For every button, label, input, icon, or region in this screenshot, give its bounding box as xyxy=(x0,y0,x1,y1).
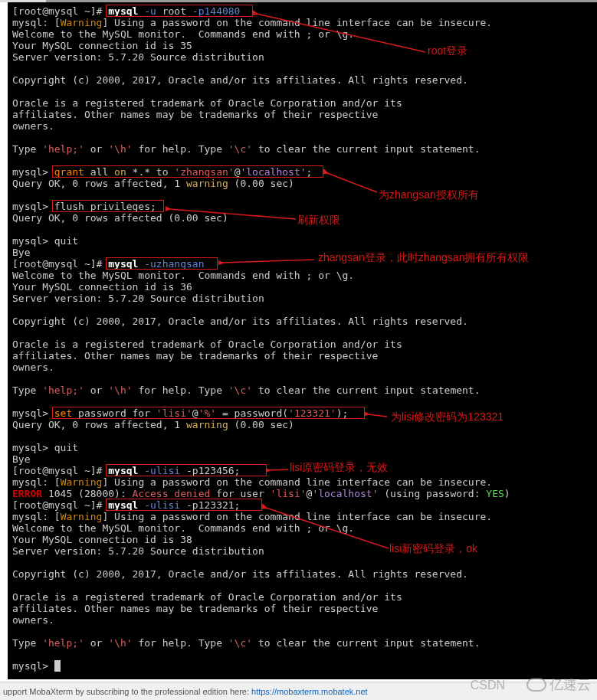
ann-lisi-new: lisi新密码登录，ok xyxy=(389,543,477,554)
term-line xyxy=(12,155,592,166)
term-line: Your MySQL connection id is 35 xyxy=(12,40,592,51)
term-line: Your MySQL connection id is 38 xyxy=(12,534,592,545)
footer-link[interactable]: https://mobaxterm.mobatek.net xyxy=(251,687,368,696)
cursor-icon xyxy=(54,660,61,672)
term-line: mysql: [Warning] Using a password on the… xyxy=(12,476,592,488)
term-line: Welcome to the MySQL monitor. Commands e… xyxy=(12,28,592,40)
term-line: Type 'help;' or '\h' for help. Type '\c'… xyxy=(12,143,592,155)
ann-setpwd: 为lisi修改密码为123321 xyxy=(391,411,504,423)
term-line xyxy=(12,396,592,407)
term-line xyxy=(12,557,592,568)
term-line: mysql: [Warning] Using a password on the… xyxy=(12,511,592,522)
term-line: Server version: 5.7.20 Source distributi… xyxy=(12,51,592,63)
term-line: [root@mysql ~]# mysql -ulisi -p123321; xyxy=(12,499,592,511)
term-line: Type 'help;' or '\h' for help. Type '\c'… xyxy=(12,637,592,649)
term-line: Oracle is a registered trademark of Orac… xyxy=(12,339,592,350)
ann-flush: 刷新权限 xyxy=(297,214,340,226)
term-line: Type 'help;' or '\h' for help. Type '\c'… xyxy=(12,384,592,396)
term-line: Your MySQL connection id is 36 xyxy=(12,281,592,293)
term-line xyxy=(12,580,592,591)
term-line: Oracle is a registered trademark of Orac… xyxy=(12,591,592,603)
term-line: Query OK, 0 rows affected, 1 warning (0.… xyxy=(12,419,592,430)
term-line xyxy=(12,189,592,201)
term-line: owners. xyxy=(12,120,592,132)
term-line: Copyright (c) 2000, 2017, Oracle and/or … xyxy=(12,568,592,580)
cloud-icon xyxy=(526,678,546,692)
term-line: Welcome to the MySQL monitor. Commands e… xyxy=(12,522,592,534)
term-line: affiliates. Other names may be trademark… xyxy=(12,109,592,120)
term-line: mysql: [Warning] Using a password on the… xyxy=(12,17,592,28)
footer-bar: upport MobaXterm by subscribing to the p… xyxy=(0,682,597,700)
watermark-yisu: 亿速云 xyxy=(526,675,591,694)
ann-zhangsan: zhangsan登录，此时zhangsan拥有所有权限 xyxy=(318,252,529,263)
term-line: mysql> quit xyxy=(12,442,592,453)
term-line: Copyright (c) 2000, 2017, Oracle and/or … xyxy=(12,316,592,327)
term-line: Welcome to the MySQL monitor. Commands e… xyxy=(12,270,592,281)
term-line: mysql> xyxy=(12,660,592,672)
term-line: Query OK, 0 rows affected, 1 warning (0.… xyxy=(12,178,592,189)
term-line: owners. xyxy=(12,614,592,626)
term-line xyxy=(12,430,592,442)
term-line: ERROR 1045 (28000): Access denied for us… xyxy=(12,488,592,499)
term-line: mysql> quit xyxy=(12,235,592,247)
term-line: owners. xyxy=(12,361,592,373)
term-line xyxy=(12,373,592,384)
ann-lisi-old: lisi原密码登录，无效 xyxy=(290,462,388,473)
term-line: mysql> grant all on *.* to 'zhangsan'@'l… xyxy=(12,166,592,178)
term-line xyxy=(12,304,592,316)
term-line xyxy=(12,649,592,660)
term-line xyxy=(12,86,592,97)
term-line: Server version: 5.7.20 Source distributi… xyxy=(12,545,592,557)
ann-grant: 为zhangsan授权所有 xyxy=(379,189,479,201)
term-line xyxy=(12,626,592,637)
term-line: mysql> set password for 'lisi'@'%' = pas… xyxy=(12,407,592,419)
term-line xyxy=(12,132,592,143)
tab-indicator xyxy=(0,0,46,2)
footer-text: upport MobaXterm by subscribing to the p… xyxy=(3,687,249,696)
term-line: [root@mysql ~]# mysql -u root -p144080 xyxy=(12,5,592,17)
term-line: affiliates. Other names may be trademark… xyxy=(12,603,592,614)
term-line xyxy=(12,63,592,74)
term-line: Server version: 5.7.20 Source distributi… xyxy=(12,293,592,304)
term-line xyxy=(12,327,592,339)
watermark-csdn: CSDN xyxy=(471,679,505,692)
term-line: mysql> flush privileges; xyxy=(12,201,592,212)
terminal-window[interactable]: [root@mysql ~]# mysql -u root -p144080 m… xyxy=(8,0,597,679)
term-line: affiliates. Other names may be trademark… xyxy=(12,350,592,361)
term-line: Oracle is a registered trademark of Orac… xyxy=(12,97,592,109)
term-line: Copyright (c) 2000, 2017, Oracle and/or … xyxy=(12,74,592,86)
ann-root-login: root登录 xyxy=(428,45,467,57)
